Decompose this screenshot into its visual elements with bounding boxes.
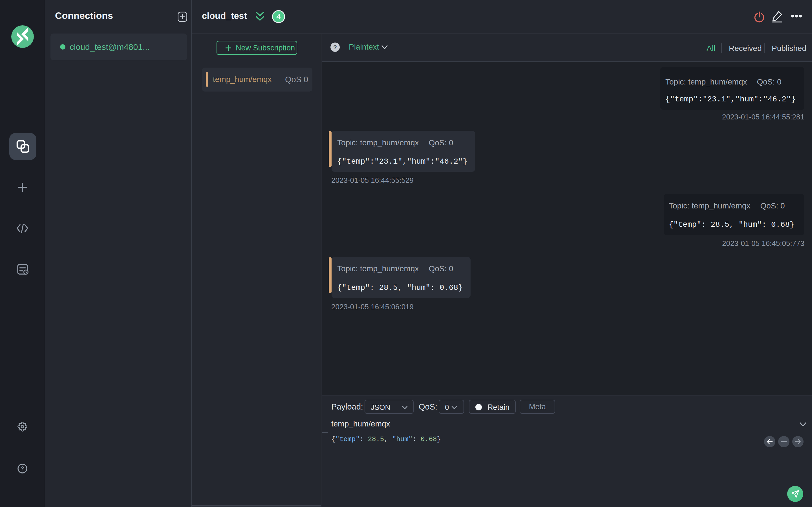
svg-text:?: ? xyxy=(20,465,24,471)
